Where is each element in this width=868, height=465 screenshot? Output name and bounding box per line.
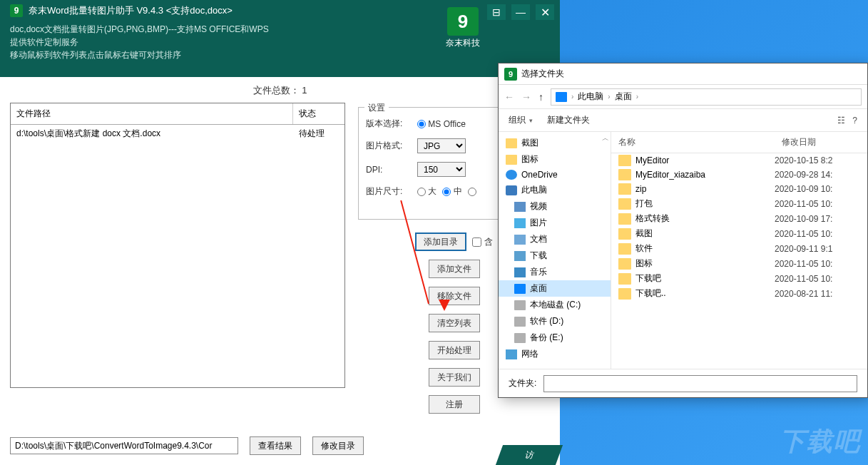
folder-icon — [618, 228, 631, 240]
tree-scroll-up-icon[interactable]: ︿ — [602, 133, 609, 143]
list-item-date: 2020-10-09 10: — [775, 184, 867, 194]
folder-name-input[interactable] — [543, 375, 857, 392]
breadcrumb-desktop[interactable]: 桌面 — [615, 91, 632, 103]
list-item-name: MyEditor — [635, 155, 775, 165]
cell-path: d:\tools\桌面\格式新建 docx 文档.docx — [11, 125, 293, 143]
tree-item-label: 视频 — [530, 200, 547, 213]
close-button[interactable]: ✕ — [536, 4, 554, 20]
list-header-name[interactable]: 名称 — [611, 132, 775, 153]
table-row[interactable]: d:\tools\桌面\格式新建 docx 文档.docx 待处理 — [11, 125, 344, 143]
list-item[interactable]: MyEditor2020-10-15 8:2 — [611, 153, 867, 168]
list-item-name: 打包 — [635, 198, 775, 210]
tree-item[interactable]: 图片 — [499, 215, 611, 231]
add-directory-button[interactable]: 添加目录 — [415, 232, 466, 251]
brand-badge: 9 奈末科技 — [444, 7, 481, 49]
col-header-status[interactable]: 状态 — [293, 103, 344, 124]
folder-icon — [618, 169, 631, 180]
change-dir-button[interactable]: 修改目录 — [312, 436, 364, 455]
tree-item[interactable]: 下载 — [499, 247, 611, 264]
list-item-date: 2020-11-05 10: — [775, 274, 867, 284]
list-item[interactable]: MyEditor_xiazaiba2020-09-28 14: — [611, 168, 867, 182]
list-item[interactable]: 打包2020-11-05 10: — [611, 196, 867, 211]
tree-item[interactable]: 软件 (D:) — [499, 313, 611, 329]
start-process-button[interactable]: 开始处理 — [429, 341, 480, 359]
tree-item[interactable]: 此电脑 — [499, 182, 611, 198]
tree-item[interactable]: 网络 — [499, 346, 611, 362]
folder-icon — [514, 251, 526, 261]
background-tab[interactable]: 访 — [496, 445, 563, 465]
format-select[interactable]: JPG — [417, 138, 466, 153]
tree-item-label: 下载 — [530, 250, 547, 262]
remove-file-button[interactable]: 移除文件 — [429, 287, 480, 305]
size-big-radio[interactable]: 大 — [417, 185, 436, 198]
help-icon[interactable]: ? — [852, 116, 857, 126]
tree-item[interactable]: 备份 (E:) — [499, 329, 611, 346]
nav-up-icon[interactable]: ↑ — [538, 91, 543, 103]
list-item-date: 2020-09-11 9:1 — [775, 244, 867, 254]
list-item[interactable]: zip2020-10-09 10: — [611, 182, 867, 196]
nav-back-icon[interactable]: ← — [504, 91, 514, 103]
breadcrumb[interactable]: › 此电脑 › 桌面 › — [551, 88, 862, 106]
list-item-date: 2020-08-21 11: — [775, 289, 867, 299]
about-button[interactable]: 关于我们 — [429, 368, 480, 387]
size-small-radio[interactable] — [468, 187, 476, 197]
col-header-path[interactable]: 文件路径 — [11, 103, 293, 124]
register-button[interactable]: 注册 — [429, 395, 480, 414]
format-label: 图片格式: — [366, 140, 409, 152]
folder-tree[interactable]: ︿ 截图图标OneDrive此电脑视频图片文档下载音乐桌面本地磁盘 (C:)软件… — [499, 132, 611, 369]
tree-item[interactable]: OneDrive — [499, 168, 611, 182]
view-result-button[interactable]: 查看结果 — [250, 436, 301, 455]
list-item[interactable]: 下载吧2020-11-05 10: — [611, 271, 867, 286]
folder-icon — [514, 267, 526, 277]
folder-icon — [514, 218, 526, 228]
list-item[interactable]: 软件2020-09-11 9:1 — [611, 241, 867, 256]
tree-item[interactable]: 图标 — [499, 151, 611, 168]
version-msoffice-radio[interactable]: MS Office — [417, 119, 466, 129]
tree-item[interactable]: 文档 — [499, 231, 611, 247]
settings-legend: 设置 — [364, 102, 389, 114]
list-item[interactable]: 截图2020-11-05 10: — [611, 226, 867, 241]
tree-item-label: OneDrive — [521, 170, 558, 180]
list-item-date: 2020-11-05 10: — [775, 199, 867, 209]
clear-list-button[interactable]: 清空列表 — [429, 314, 480, 332]
folder-icon — [514, 300, 526, 310]
list-item-name: 下载吧.. — [635, 287, 775, 300]
tree-item-label: 图片 — [530, 217, 547, 229]
minimize-button[interactable]: — — [511, 4, 530, 20]
dialog-titlebar: 9 选择文件夹 — [499, 63, 867, 85]
app-desc-line3: 移动鼠标到软件列表点击鼠标右键可对其排序 — [10, 48, 550, 61]
tree-item[interactable]: 本地磁盘 (C:) — [499, 297, 611, 313]
include-checkbox[interactable]: 含 — [472, 236, 493, 248]
app-title: 奈末Word批量转图片助手 V9.4.3 <支持doc,docx> — [29, 4, 233, 17]
list-item[interactable]: 图标2020-11-05 10: — [611, 256, 867, 271]
tree-item-label: 图标 — [521, 153, 538, 165]
add-file-button[interactable]: 添加文件 — [429, 260, 480, 278]
file-table[interactable]: 文件路径 状态 d:\tools\桌面\格式新建 docx 文档.docx 待处… — [10, 103, 345, 388]
tree-item[interactable]: 桌面 — [499, 280, 611, 297]
breadcrumb-pc[interactable]: 此电脑 — [578, 91, 603, 103]
list-item-name: MyEditor_xiazaiba — [635, 170, 775, 180]
folder-icon — [618, 288, 631, 300]
list-header-date[interactable]: 修改日期 — [775, 132, 867, 153]
folder-list[interactable]: MyEditor2020-10-15 8:2MyEditor_xiazaiba2… — [611, 153, 867, 369]
tree-item[interactable]: 截图 — [499, 135, 611, 151]
organize-button[interactable]: 组织 — [509, 114, 533, 126]
tree-item[interactable]: 音乐 — [499, 264, 611, 280]
dpi-select[interactable]: 150 — [417, 162, 466, 177]
tree-item[interactable]: 视频 — [499, 198, 611, 215]
folder-icon — [506, 138, 517, 148]
list-item[interactable]: 下载吧..2020-08-21 11: — [611, 286, 867, 301]
folder-icon — [514, 202, 526, 212]
tree-item-label: 文档 — [530, 233, 547, 245]
nav-forward-icon[interactable]: → — [521, 91, 531, 103]
new-folder-button[interactable]: 新建文件夹 — [547, 114, 590, 126]
size-mid-radio[interactable]: 中 — [442, 185, 461, 198]
size-label: 图片尺寸: — [366, 185, 409, 198]
view-mode-icon[interactable]: ☷ — [837, 116, 845, 126]
list-item[interactable]: 格式转换2020-10-09 17: — [611, 211, 867, 226]
breadcrumb-pc-icon — [556, 92, 567, 102]
list-item-date: 2020-09-28 14: — [775, 170, 867, 180]
list-item-name: zip — [635, 184, 775, 194]
output-path-input[interactable] — [10, 437, 238, 454]
pin-button[interactable]: ⊟ — [487, 4, 506, 20]
